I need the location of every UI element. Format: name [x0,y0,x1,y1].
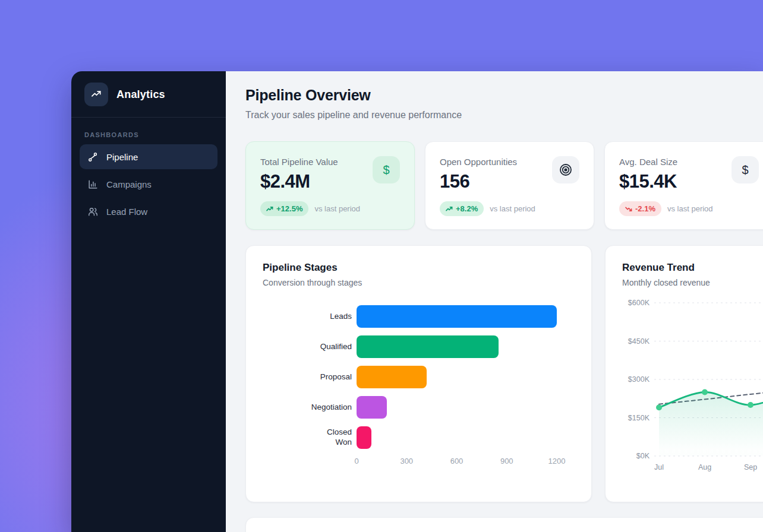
bar-row: Leads [263,305,575,328]
y-tick-label: $300K [628,375,650,384]
dollar-icon: $ [373,156,400,183]
bar [357,335,499,358]
route-icon [87,151,99,163]
sidebar-nav: Pipeline Campaigns Lead Flow [71,144,226,226]
bar-row: Closed Won [263,426,575,449]
x-tick-label: 600 [450,457,464,466]
revenue-trend-card: Revenue Trend Monthly closed revenue $60… [605,245,763,502]
y-tick-label: $0K [636,452,650,460]
sidebar-section-label: DASHBOARDS [84,131,213,138]
bar [357,305,557,328]
chart-subtitle: Monthly closed revenue [622,278,763,287]
pipeline-stages-bar-chart: LeadsQualifiedProposalNegotiationClosed … [263,305,575,467]
bottom-card-partial [245,517,763,532]
delta-badge: +8.2% [440,201,484,216]
app-name: Analytics [116,88,165,101]
bar-category-label: Negotiation [263,403,352,413]
page-title: Pipeline Overview [245,87,763,104]
delta-badge: +12.5% [260,201,308,216]
users-icon [87,206,99,217]
chart-title: Revenue Trend [622,262,763,274]
x-tick-label: 1200 [548,457,566,466]
bar-row: Negotiation [263,396,575,419]
bar-category-label: Leads [263,312,352,322]
x-tick-label: 300 [400,457,413,466]
stat-note: vs last period [667,204,713,213]
x-axis-month-label: Aug [698,463,711,471]
bar [357,396,387,419]
target-icon [552,156,579,183]
bar [357,366,427,388]
x-tick-label: 0 [354,457,358,466]
page-subtitle: Track your sales pipeline and revenue pe… [245,110,763,121]
revenue-trend-line-chart: $600K$450K$300K$150K$0KJulAugSep [622,296,763,479]
delta-badge: -2.1% [619,201,661,216]
bar [357,426,371,449]
trend-down-icon [625,205,632,213]
stat-card-total-pipeline-value: Total Pipeline Value $2.4M +12.5% vs las… [245,141,415,230]
stat-card-avg-deal-size: Avg. Deal Size $15.4K -2.1% vs last peri… [604,141,763,230]
stat-card-open-opportunities: Open Opportunities 156 +8.2% vs last per… [425,141,594,230]
sidebar-item-campaigns[interactable]: Campaigns [80,172,217,197]
sidebar-item-label: Campaigns [106,179,152,189]
analytics-logo-icon [84,83,108,106]
y-tick-label: $600K [628,299,650,307]
charts-row: Pipeline Stages Conversion through stage… [245,245,763,502]
stat-note: vs last period [490,204,535,213]
x-axis-month-label: Sep [744,463,757,471]
stat-note: vs last period [314,204,360,213]
main-content: Pipeline Overview Track your sales pipel… [226,71,763,532]
x-axis-month-label: Jul [654,463,664,471]
pipeline-stages-card: Pipeline Stages Conversion through stage… [245,245,592,502]
sidebar-header: Analytics [71,71,226,118]
revenue-chart-svg: $600K$450K$300K$150K$0KJulAugSep [622,296,763,476]
app-window: Analytics DASHBOARDS Pipeline [71,71,763,532]
sidebar-item-label: Pipeline [106,152,138,162]
x-tick-label: 900 [500,457,513,466]
trend-up-icon [266,205,273,213]
sidebar-item-label: Lead Flow [106,207,147,217]
y-tick-label: $150K [628,414,650,422]
sidebar-item-lead-flow[interactable]: Lead Flow [80,199,217,224]
bar-chart-icon [87,179,99,190]
y-tick-label: $450K [628,337,650,346]
bar-row: Qualified [263,335,575,358]
dollar-icon: $ [732,156,759,183]
chart-subtitle: Conversion through stages [263,278,575,287]
chart-title: Pipeline Stages [263,262,575,274]
trend-up-icon [446,205,453,213]
bar-xaxis: 03006009001200 [357,457,557,467]
bar-xaxis-row: 03006009001200 [263,457,575,467]
stats-row: Total Pipeline Value $2.4M +12.5% vs las… [245,141,763,230]
bar-row: Proposal [263,366,575,388]
bar-category-label: Closed Won [263,428,352,448]
bar-category-label: Qualified [263,342,352,352]
bar-category-label: Proposal [263,372,352,382]
sidebar: Analytics DASHBOARDS Pipeline [71,71,226,532]
bar-rows: LeadsQualifiedProposalNegotiationClosed … [263,305,575,449]
sidebar-item-pipeline[interactable]: Pipeline [80,144,217,169]
